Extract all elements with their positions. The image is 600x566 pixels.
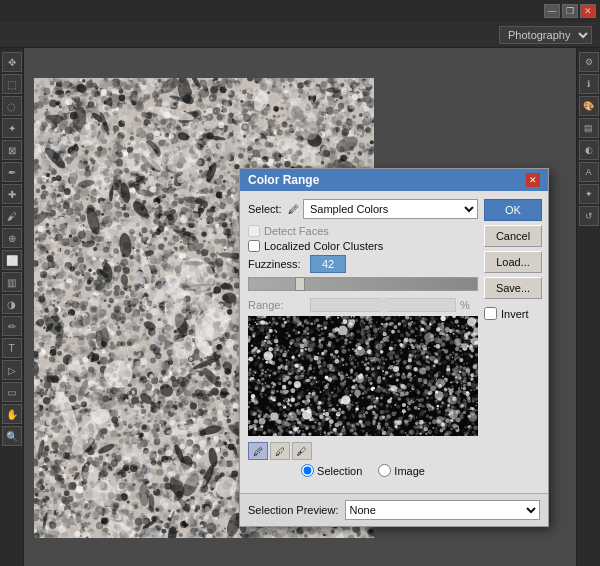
- move-tool[interactable]: ✥: [2, 52, 22, 72]
- text-tool[interactable]: T: [2, 338, 22, 358]
- save-button[interactable]: Save...: [484, 277, 542, 299]
- eyedropper-select-icon: 🖉: [288, 203, 299, 215]
- load-button[interactable]: Load...: [484, 251, 542, 273]
- select-dropdown[interactable]: Sampled Colors Reds Yellows Greens Cyans…: [303, 199, 478, 219]
- fuzziness-input[interactable]: [310, 255, 346, 273]
- panel-color-button[interactable]: 🎨: [579, 96, 599, 116]
- hand-tool[interactable]: ✋: [2, 404, 22, 424]
- range-label: Range:: [248, 299, 306, 311]
- detect-faces-label: Detect Faces: [264, 225, 329, 237]
- top-toolbar: Photography: [0, 22, 600, 48]
- dialog-close-button[interactable]: ✕: [526, 173, 540, 187]
- app-close-button[interactable]: ✕: [580, 4, 596, 18]
- left-toolbar: ✥ ⬚ ◌ ✦ ⊠ ✒ ✚ 🖌 ⊕ ⬜ ▥ ◑ ✏ T ▷ ▭ ✋ 🔍: [0, 48, 24, 566]
- panel-gear-button[interactable]: ⚙: [579, 52, 599, 72]
- eyedropper-tool[interactable]: ✒: [2, 162, 22, 182]
- pen-tool[interactable]: ✏: [2, 316, 22, 336]
- detect-faces-row: Detect Faces: [248, 225, 478, 237]
- eyedropper-add-button[interactable]: 🖊: [270, 442, 290, 460]
- invert-label: Invert: [501, 308, 529, 320]
- cancel-button[interactable]: Cancel: [484, 225, 542, 247]
- dialog-overlay: Color Range ✕ Select: 🖉 Sampled Colors R…: [24, 48, 576, 566]
- shape-tool[interactable]: ▭: [2, 382, 22, 402]
- fuzziness-slider[interactable]: [248, 277, 478, 291]
- eyedropper-row: 🖉 🖊 🖋: [248, 442, 478, 460]
- image-radio-text: Image: [394, 465, 425, 477]
- invert-checkbox[interactable]: [484, 307, 497, 320]
- selection-preview-row: Selection Preview: None Grayscale Black …: [240, 493, 548, 526]
- selection-radio-text: Selection: [317, 465, 362, 477]
- lasso-tool[interactable]: ◌: [2, 96, 22, 116]
- dialog-left: Select: 🖉 Sampled Colors Reds Yellows Gr…: [248, 199, 478, 483]
- panel-layers-button[interactable]: ▤: [579, 118, 599, 138]
- range-row: Range: %: [248, 298, 478, 312]
- panel-adjustments-button[interactable]: ◐: [579, 140, 599, 160]
- workspace-select[interactable]: Photography: [499, 26, 592, 44]
- title-bar: — ❐ ✕: [0, 0, 600, 22]
- localized-color-row: Localized Color Clusters: [248, 240, 478, 252]
- select-row: Select: 🖉 Sampled Colors Reds Yellows Gr…: [248, 199, 478, 219]
- dialog-titlebar: Color Range ✕: [240, 169, 548, 191]
- dialog-body: Select: 🖉 Sampled Colors Reds Yellows Gr…: [240, 191, 548, 491]
- clone-tool[interactable]: ⊕: [2, 228, 22, 248]
- selection-radio-label: Selection: [301, 464, 362, 477]
- healing-tool[interactable]: ✚: [2, 184, 22, 204]
- range-slider: [310, 298, 456, 312]
- fuzziness-label: Fuzziness:: [248, 258, 306, 270]
- eyedropper-sample-button[interactable]: 🖉: [248, 442, 268, 460]
- dodge-tool[interactable]: ◑: [2, 294, 22, 314]
- select-label: Select:: [248, 203, 284, 215]
- restore-button[interactable]: ❐: [562, 4, 578, 18]
- preview-area: [248, 316, 478, 436]
- localized-color-label: Localized Color Clusters: [264, 240, 383, 252]
- color-range-dialog: Color Range ✕ Select: 🖉 Sampled Colors R…: [239, 168, 549, 527]
- image-radio-label: Image: [378, 464, 425, 477]
- panel-history-button[interactable]: ↺: [579, 206, 599, 226]
- minimize-button[interactable]: —: [544, 4, 560, 18]
- gradient-tool[interactable]: ▥: [2, 272, 22, 292]
- selection-preview-label: Selection Preview:: [248, 504, 339, 516]
- invert-row: Invert: [484, 307, 542, 320]
- panel-shapes-button[interactable]: ✦: [579, 184, 599, 204]
- brush-tool[interactable]: 🖌: [2, 206, 22, 226]
- path-tool[interactable]: ▷: [2, 360, 22, 380]
- canvas-area: Color Range ✕ Select: 🖉 Sampled Colors R…: [24, 48, 576, 566]
- crop-tool[interactable]: ⊠: [2, 140, 22, 160]
- preview-canvas: [248, 316, 478, 436]
- zoom-tool[interactable]: 🔍: [2, 426, 22, 446]
- detect-faces-checkbox[interactable]: [248, 225, 260, 237]
- dialog-title: Color Range: [248, 173, 319, 187]
- ok-button[interactable]: OK: [484, 199, 542, 221]
- main-area: ✥ ⬚ ◌ ✦ ⊠ ✒ ✚ 🖌 ⊕ ⬜ ▥ ◑ ✏ T ▷ ▭ ✋ 🔍 Colo…: [0, 48, 600, 566]
- localized-color-checkbox[interactable]: [248, 240, 260, 252]
- right-panel: ⚙ ℹ 🎨 ▤ ◐ A ✦ ↺: [576, 48, 600, 566]
- eraser-tool[interactable]: ⬜: [2, 250, 22, 270]
- range-pct: %: [460, 299, 478, 311]
- image-radio[interactable]: [378, 464, 391, 477]
- fuzziness-row: Fuzziness:: [248, 255, 478, 273]
- selection-preview-dropdown[interactable]: None Grayscale Black Matte White Matte Q…: [345, 500, 541, 520]
- eyedropper-subtract-button[interactable]: 🖋: [292, 442, 312, 460]
- radio-row: Selection Image: [248, 464, 478, 477]
- selection-radio[interactable]: [301, 464, 314, 477]
- fuzziness-slider-row: [248, 277, 478, 294]
- panel-text-button[interactable]: A: [579, 162, 599, 182]
- magic-wand-tool[interactable]: ✦: [2, 118, 22, 138]
- panel-info-button[interactable]: ℹ: [579, 74, 599, 94]
- select-tool[interactable]: ⬚: [2, 74, 22, 94]
- dialog-right: OK Cancel Load... Save... Invert: [484, 199, 542, 483]
